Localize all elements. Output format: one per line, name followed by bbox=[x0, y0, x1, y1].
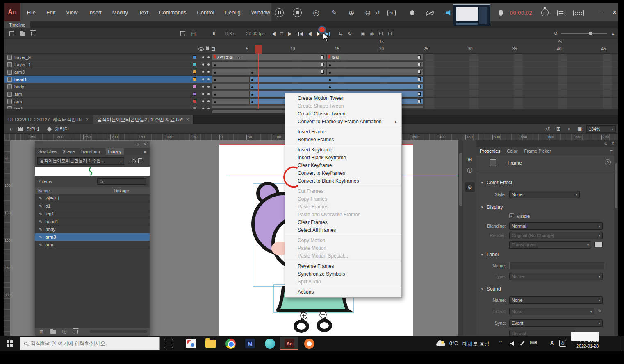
linkage-column-header[interactable]: Linkage bbox=[114, 188, 129, 193]
library-item-name[interactable]: arm3 bbox=[45, 235, 56, 240]
frame-row-arm2[interactable] bbox=[212, 98, 618, 105]
layer-lock-dot[interactable] bbox=[207, 78, 210, 80]
tab-scene[interactable]: Scene bbox=[63, 149, 75, 154]
label-section-header[interactable]: ▼ Label bbox=[481, 252, 499, 258]
collapse-panel-icon[interactable]: « bbox=[137, 142, 139, 147]
frame-span[interactable] bbox=[212, 69, 327, 75]
search-input[interactable] bbox=[31, 341, 146, 346]
zoom-out-button[interactable]: ⊖ bbox=[362, 7, 373, 18]
slides-button[interactable] bbox=[556, 7, 567, 18]
frame-rate-value[interactable]: 20.00 fps bbox=[244, 30, 267, 37]
pen-button[interactable]: ✎ bbox=[329, 7, 339, 18]
layer-outline-color-chip[interactable] bbox=[193, 99, 196, 103]
layer-name[interactable]: body bbox=[14, 84, 24, 89]
playhead-marker[interactable] bbox=[255, 45, 262, 54]
zoom-in-button[interactable]: ⊕ bbox=[346, 7, 357, 18]
back-arrow-icon[interactable]: ‹ bbox=[7, 126, 14, 132]
close-panel-icon[interactable]: × bbox=[612, 141, 614, 146]
library-horizontal-scrollbar[interactable] bbox=[90, 330, 147, 333]
library-item-name[interactable]: arm bbox=[45, 242, 53, 247]
context-menu-item[interactable]: Paste Motion Special... ▸ bbox=[285, 252, 401, 261]
layer-row[interactable]: head1 bbox=[4, 76, 212, 83]
menu-item[interactable]: Control bbox=[197, 9, 214, 16]
align-panel-icon[interactable]: ⊞ bbox=[465, 154, 475, 164]
menu-item[interactable]: File bbox=[27, 9, 36, 16]
layer-row[interactable]: arm bbox=[4, 98, 212, 105]
new-library-panel-icon[interactable] bbox=[138, 158, 142, 163]
webcam-preview-thumbnail[interactable] bbox=[453, 4, 490, 26]
context-menu-item[interactable]: Actions ▸ bbox=[285, 288, 401, 296]
library-item-name[interactable]: body bbox=[45, 227, 55, 232]
new-folder-button[interactable] bbox=[19, 30, 26, 37]
context-menu-item[interactable]: Cut Frames ▸ bbox=[285, 188, 401, 195]
ink-button[interactable] bbox=[407, 7, 417, 18]
symbol-breadcrumb[interactable]: 캐릭터 bbox=[55, 126, 69, 132]
display-section-header[interactable]: ▼ Display bbox=[481, 204, 503, 210]
info-panel-icon[interactable]: ⓘ bbox=[465, 166, 475, 176]
context-menu-item[interactable]: Select All Frames ▸ bbox=[285, 226, 401, 235]
tab-library[interactable]: Library bbox=[106, 148, 124, 155]
frame-grid[interactable]: 사전동작 경례 bbox=[212, 54, 618, 109]
context-menu-item[interactable]: Create Classic Tween ▸ bbox=[285, 110, 401, 118]
keyframe-marker[interactable] bbox=[214, 72, 216, 74]
keyboard-tray-icon[interactable]: ⌨ bbox=[530, 340, 537, 346]
library-document-select[interactable]: 움직이는이모티콘만들기-1 수업... ▾ bbox=[37, 157, 124, 165]
layer-outline-color-chip[interactable] bbox=[193, 77, 196, 81]
canvas-vertical-scrollbar[interactable] bbox=[458, 140, 463, 336]
layer-outline-color-chip[interactable] bbox=[193, 63, 196, 66]
keyframe-marker[interactable] bbox=[214, 101, 216, 103]
sound-name-select[interactable]: None ▾ bbox=[509, 296, 603, 304]
timeline-header[interactable]: 1 51015202530354045 bbox=[4, 45, 618, 54]
modify-markers-button[interactable]: ⊟ bbox=[386, 30, 394, 37]
taskbar-app-recorder[interactable] bbox=[300, 337, 318, 350]
menu-item[interactable]: Commands bbox=[159, 9, 186, 16]
mic-button[interactable] bbox=[495, 7, 506, 18]
pen-icon[interactable] bbox=[520, 341, 525, 346]
layer-lock-dot[interactable] bbox=[207, 100, 210, 102]
name-column-header[interactable]: Name bbox=[38, 188, 50, 193]
edit-scene-button[interactable]: ↺ bbox=[544, 126, 551, 132]
frame-span[interactable] bbox=[327, 61, 424, 68]
ime-language-indicator[interactable]: A bbox=[550, 340, 554, 346]
timeline-zoom-knob[interactable] bbox=[589, 32, 592, 35]
document-tab[interactable]: RECOVER_220127_캐릭터작업.fla × bbox=[4, 115, 93, 124]
minimize-button[interactable]: – bbox=[595, 3, 608, 21]
layer-visibility-dot[interactable] bbox=[202, 56, 204, 58]
context-menu-item[interactable]: Paste and Overwrite Frames ▸ bbox=[285, 211, 401, 219]
layer-lock-dot[interactable] bbox=[207, 86, 210, 88]
context-menu-item[interactable]: Convert to Keyframes ▸ bbox=[285, 170, 401, 177]
context-menu-item[interactable]: Create Motion Tween ▸ bbox=[285, 95, 401, 102]
properties-scrollbar[interactable] bbox=[614, 147, 618, 336]
center-frame-button[interactable]: ⌖ bbox=[566, 126, 572, 132]
go-to-first-frame-button[interactable]: ◀ bbox=[297, 30, 304, 37]
menu-item[interactable]: Insert bbox=[88, 9, 102, 16]
layer-lock-dot[interactable] bbox=[207, 56, 210, 58]
tab-transform[interactable]: Transform bbox=[80, 149, 100, 154]
reset-timeline-zoom-button[interactable]: ↺ bbox=[552, 30, 559, 37]
tab-frame-picker[interactable]: Frame Picker bbox=[524, 149, 551, 154]
frame-span[interactable] bbox=[327, 69, 424, 75]
pin-library-icon[interactable] bbox=[129, 161, 134, 161]
context-menu-item[interactable]: Clear Keyframe ▸ bbox=[285, 162, 401, 170]
camera-button[interactable]: ◎ bbox=[311, 7, 321, 18]
library-item-name[interactable]: 캐릭터 bbox=[45, 195, 59, 201]
new-symbol-button[interactable]: ⊞ bbox=[38, 329, 45, 335]
frame-row-layer9[interactable]: 사전동작 경례 bbox=[212, 54, 618, 61]
layer-lock-dot[interactable] bbox=[207, 63, 210, 66]
keyframe-marker[interactable] bbox=[329, 72, 331, 74]
keyframe-marker[interactable] bbox=[214, 79, 216, 81]
stop-playback-button[interactable]: □ bbox=[278, 30, 285, 37]
help-icon[interactable]: ? bbox=[605, 159, 611, 165]
close-button[interactable]: ✕ bbox=[608, 3, 621, 21]
keyframe-marker[interactable] bbox=[251, 79, 253, 81]
layer-name[interactable]: arm3 bbox=[14, 70, 25, 75]
library-titlebar[interactable]: « × bbox=[35, 141, 150, 148]
layer-row[interactable]: Layer_9 bbox=[4, 54, 212, 61]
context-menu-item[interactable]: Convert to Frame-by-Frame Animation ▸ bbox=[285, 118, 401, 127]
timeline-zoom-slider[interactable] bbox=[561, 33, 607, 34]
context-menu-item[interactable]: Insert Keyframe ▸ bbox=[285, 146, 401, 154]
blending-select[interactable]: Normal ▾ bbox=[509, 222, 603, 230]
task-view-button[interactable] bbox=[164, 339, 173, 348]
keyframe-marker[interactable] bbox=[214, 64, 216, 66]
taskbar-app-chrome[interactable] bbox=[221, 337, 239, 350]
